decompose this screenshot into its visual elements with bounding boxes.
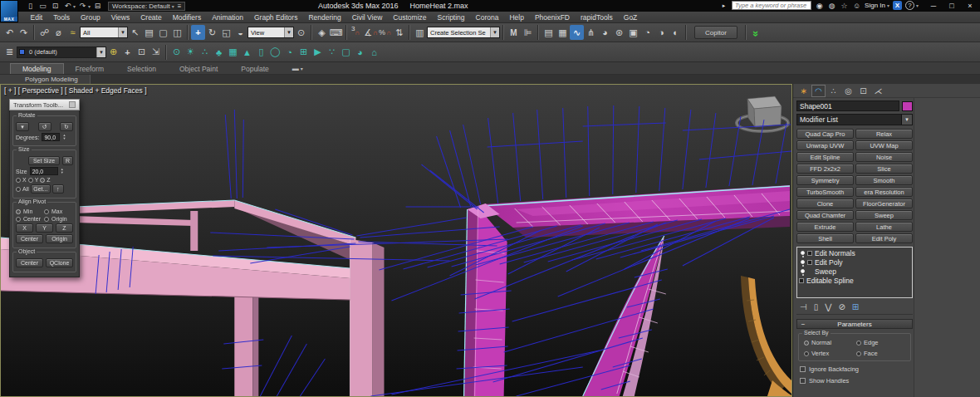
modifier-button-extrude[interactable]: Extrude bbox=[796, 222, 854, 232]
door-icon[interactable]: ▯ bbox=[254, 45, 268, 60]
menu-graph-editors[interactable]: Graph Editors bbox=[248, 13, 302, 22]
get-size-button[interactable]: Get... bbox=[31, 184, 51, 194]
configure-modifier-sets-icon[interactable]: ⊞ bbox=[852, 302, 859, 311]
modifier-button-clone[interactable]: Clone bbox=[796, 198, 854, 208]
unlink-selection-icon[interactable]: ⌀ bbox=[51, 25, 66, 40]
stack-item-editable-spline[interactable]: Editable Spline bbox=[798, 276, 911, 285]
modifier-button-shell[interactable]: Shell bbox=[796, 233, 854, 243]
torus-icon[interactable]: ◯ bbox=[268, 45, 282, 60]
people-icon[interactable]: ∴ bbox=[198, 45, 212, 60]
create-new-layer-icon[interactable]: ⊕ bbox=[106, 45, 120, 60]
open-file-icon[interactable]: ▭ bbox=[37, 2, 48, 11]
sign-in-link[interactable]: Sign In bbox=[865, 2, 885, 9]
pivot-y-button[interactable]: Y bbox=[36, 223, 53, 233]
modifier-button-slice[interactable]: Slice bbox=[855, 164, 913, 174]
ribbon-tab-freeform[interactable]: Freeform bbox=[64, 64, 115, 74]
menu-animation[interactable]: Animation bbox=[207, 13, 249, 22]
perspective-viewport[interactable]: [ + ] [ Perspective ] [ Shaded + Edged F… bbox=[0, 84, 792, 397]
edit-named-selection-sets-icon[interactable]: ▥ bbox=[413, 25, 427, 40]
light-icon[interactable]: ⊙ bbox=[169, 45, 184, 60]
angle-snap-toggle-icon[interactable]: ∡∩ bbox=[364, 25, 378, 40]
stack-item-edit-poly[interactable]: Edit Poly bbox=[798, 257, 911, 267]
window-crossing-toggle-icon[interactable]: ◫ bbox=[170, 25, 184, 40]
modifier-button-floorgenerator[interactable]: FloorGenerator bbox=[855, 198, 913, 208]
tab-hierarchy-icon[interactable]: ∴ bbox=[826, 85, 840, 97]
menu-scripting[interactable]: Scripting bbox=[432, 13, 470, 22]
rotate-axis-dropdown-button[interactable]: ▾ bbox=[16, 122, 29, 131]
modifier-button-smooth[interactable]: Smooth bbox=[855, 175, 913, 185]
undo-button[interactable]: ↶ bbox=[2, 25, 17, 40]
percent-snap-toggle-icon[interactable]: %∩ bbox=[378, 25, 392, 40]
size-spinner[interactable]: ▲▼ bbox=[61, 168, 64, 174]
show-end-result-icon[interactable]: ▯ bbox=[814, 302, 819, 311]
workspace-menu-icon[interactable]: ≡ bbox=[178, 2, 182, 10]
sun-icon[interactable]: ☀ bbox=[184, 45, 198, 60]
ribbon-tab-object-paint[interactable]: Object Paint bbox=[168, 64, 229, 74]
snap-toggle-3d-icon[interactable]: 3∩ bbox=[350, 25, 364, 40]
schematic-view-icon[interactable]: ⋔ bbox=[584, 25, 598, 40]
render-iterative-icon[interactable]: ◑ bbox=[654, 25, 669, 40]
dialog-close-icon[interactable] bbox=[69, 101, 76, 108]
set-size-button[interactable]: Set Size bbox=[28, 156, 60, 165]
box-icon[interactable]: ▢ bbox=[339, 45, 353, 60]
modifier-button-quad-chamfer[interactable]: Quad Chamfer bbox=[796, 210, 854, 220]
select-by-name-icon[interactable]: ▤ bbox=[142, 25, 156, 40]
modifier-button-ffd-2x2x2[interactable]: FFD 2x2x2 bbox=[796, 164, 854, 174]
material-editor-icon[interactable]: ◕ bbox=[598, 25, 612, 40]
transform-toolbox-titlebar[interactable]: Transform Toolb... bbox=[9, 99, 80, 110]
tab-modify-icon[interactable]: ◠ bbox=[811, 85, 826, 97]
save-file-icon[interactable]: ⊡ bbox=[50, 2, 61, 11]
minimize-button[interactable]: ─ bbox=[929, 2, 938, 10]
menu-customize[interactable]: Customize bbox=[388, 13, 432, 22]
workspace-selector[interactable]: Workspace: Default ▾ ≡ bbox=[108, 2, 185, 11]
help-caret-icon[interactable]: ▾ bbox=[916, 2, 919, 8]
degrees-field[interactable]: 90,0 bbox=[42, 133, 60, 141]
copitor-button[interactable]: Copitor bbox=[694, 26, 737, 39]
remove-modifier-icon[interactable]: ⊘ bbox=[838, 302, 845, 311]
size-axis-y-radio[interactable] bbox=[28, 178, 33, 183]
size-axis-x-radio[interactable] bbox=[16, 178, 21, 183]
toggle-layer-explorer-icon[interactable]: ▤ bbox=[541, 25, 556, 40]
grid-icon[interactable]: ⊞ bbox=[296, 45, 311, 60]
reference-coordinate-dropdown[interactable]: View ▼ bbox=[247, 27, 294, 38]
modifier-button-lathe[interactable]: Lathe bbox=[855, 222, 913, 232]
rotate-ccw-button[interactable]: ↺ bbox=[38, 122, 51, 131]
rectangular-selection-region-icon[interactable]: ▢ bbox=[156, 25, 170, 40]
menu-views[interactable]: Views bbox=[105, 13, 135, 22]
transform-toolbox-dialog[interactable]: Transform Toolb... Rotate ▾ ↺ ↻ Degrees:… bbox=[9, 99, 80, 277]
ribbon-tab-modeling[interactable]: Modeling bbox=[10, 63, 64, 74]
spreadsheet-icon[interactable]: ▦ bbox=[226, 45, 240, 60]
object-color-swatch[interactable] bbox=[902, 101, 913, 111]
align-icon[interactable]: ⊫ bbox=[521, 25, 535, 40]
modifier-button-symmetry[interactable]: Symmetry bbox=[796, 175, 854, 185]
sphere-stack-icon[interactable]: ◔ bbox=[282, 45, 296, 60]
tab-utilities-icon[interactable]: ⋌ bbox=[871, 85, 885, 97]
maximize-button[interactable]: □ bbox=[947, 2, 957, 10]
object-qclone-button[interactable]: QClone bbox=[46, 258, 73, 267]
modifier-button-noise[interactable]: Noise bbox=[855, 152, 913, 162]
rendered-frame-window-icon[interactable]: ▣ bbox=[626, 25, 640, 40]
close-button[interactable]: × bbox=[965, 2, 975, 10]
crowd-icon[interactable]: ∵ bbox=[325, 45, 339, 60]
size-up-arrow-button[interactable]: ↑ bbox=[52, 184, 64, 194]
spinner-snap-toggle-icon[interactable]: ⇅ bbox=[392, 25, 406, 40]
menu-phoenixfd[interactable]: PhoenixFD bbox=[529, 13, 575, 22]
goz-chevrons-icon[interactable]: » bbox=[749, 25, 763, 40]
menu-edit[interactable]: Edit bbox=[25, 13, 48, 22]
mirror-icon[interactable]: M bbox=[507, 25, 521, 40]
help-icon[interactable]: ? bbox=[905, 1, 914, 10]
menu-rapidtools[interactable]: rapidTools bbox=[576, 13, 619, 22]
new-scene-icon[interactable]: ▯ bbox=[25, 2, 36, 11]
menu-civil-view[interactable]: Civil View bbox=[346, 13, 388, 22]
select-object-icon[interactable]: ↖ bbox=[128, 25, 142, 40]
redo-icon[interactable]: ↷ bbox=[77, 2, 88, 11]
viewport-label[interactable]: [ + ] [ Perspective ] [ Shaded + Edged F… bbox=[4, 86, 147, 95]
ribbon-minimize-control[interactable]: ▬▾ bbox=[292, 65, 303, 74]
ignore-backfacing-checkbox[interactable]: Ignore Backfacing bbox=[800, 365, 913, 373]
toolbar-overflow-icon[interactable]: ▸ bbox=[719, 1, 728, 10]
autodesk-exchange-icon[interactable]: X bbox=[893, 1, 902, 10]
toggle-ribbon-icon[interactable]: ▦ bbox=[556, 25, 570, 40]
size-axis-z-radio[interactable] bbox=[40, 178, 45, 183]
modifier-button-turbosmooth[interactable]: TurboSmooth bbox=[796, 187, 854, 197]
stack-item-sweep[interactable]: Sweep bbox=[798, 267, 911, 276]
